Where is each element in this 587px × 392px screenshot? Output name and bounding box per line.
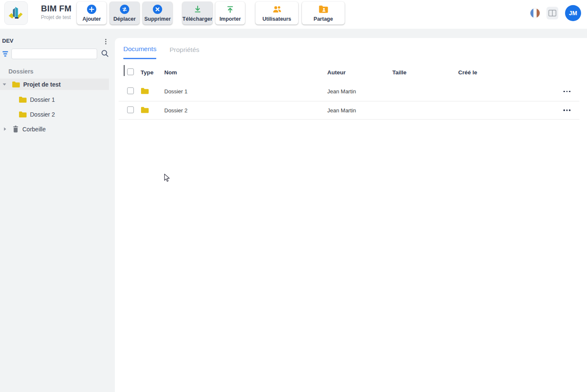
tree-item-dossier-2[interactable]: Dossier 2: [0, 109, 109, 120]
button-label: Partage: [314, 16, 333, 22]
folder-icon: [19, 111, 27, 117]
button-label: Supprimer: [144, 16, 171, 22]
column-header-type[interactable]: Type: [141, 69, 164, 76]
cell-nom: Dossier 2: [164, 107, 327, 114]
tab-documents[interactable]: Documents: [123, 44, 156, 59]
sidebar-menu-icon[interactable]: [102, 37, 109, 46]
table-row[interactable]: Dossier 1 Jean Martin: [119, 82, 579, 101]
tree-item-label: Dossier 2: [30, 111, 55, 118]
folder-icon: [12, 81, 20, 87]
button-label: Utilisateurs: [262, 16, 291, 22]
supprimer-button[interactable]: Supprimer: [143, 2, 172, 24]
cell-nom: Dossier 1: [164, 88, 327, 95]
bim-logo-icon: [7, 4, 25, 22]
text-caret: [124, 65, 125, 76]
row-actions-icon[interactable]: [563, 107, 579, 114]
documents-table: Type Nom Auteur Taille Créé le Dossier 1…: [119, 63, 579, 120]
tree-item-projet-de-test[interactable]: Projet de test: [0, 79, 109, 90]
tab-proprietes[interactable]: Propriétés: [169, 44, 199, 59]
trash-icon: [12, 125, 19, 133]
column-header-cree-le[interactable]: Créé le: [458, 69, 563, 76]
button-label: Ajouter: [82, 16, 101, 22]
table-header-row: Type Nom Auteur Taille Créé le: [119, 63, 579, 82]
deplacer-button[interactable]: Déplacer: [110, 2, 139, 24]
ajouter-button[interactable]: Ajouter: [77, 2, 106, 24]
telecharger-button[interactable]: Télécharger: [182, 2, 212, 24]
folder-icon: [141, 106, 164, 114]
tree-item-label: Dossier 1: [30, 96, 55, 103]
importer-button[interactable]: Importer: [215, 2, 245, 24]
app-logo[interactable]: [4, 1, 28, 25]
table-row[interactable]: Dossier 2 Jean Martin: [119, 101, 579, 120]
sidebar: DEV Dossiers Projet de test Dossier 1 Do…: [0, 29, 115, 392]
content-panel: Documents Propriétés Type Nom Auteur Tai…: [115, 38, 587, 392]
tree-item-dossier-1[interactable]: Dossier 1: [0, 94, 109, 105]
tree-item-label: Corbeille: [22, 126, 46, 133]
column-header-taille[interactable]: Taille: [392, 69, 458, 76]
row-actions-icon[interactable]: [563, 88, 579, 95]
row-checkbox[interactable]: [127, 87, 134, 94]
folder-icon: [141, 87, 164, 95]
page-title: BIM FM: [41, 4, 71, 14]
column-header-auteur[interactable]: Auteur: [327, 69, 392, 76]
search-input[interactable]: [11, 49, 97, 59]
folders-section-title: Dossiers: [8, 68, 33, 75]
plus-circle-icon: [87, 4, 97, 14]
column-header-nom[interactable]: Nom: [164, 69, 327, 76]
user-avatar[interactable]: JM: [565, 5, 581, 21]
upload-icon: [226, 4, 235, 14]
row-checkbox[interactable]: [127, 106, 134, 113]
button-label: Déplacer: [114, 16, 136, 22]
chevron-right-icon[interactable]: [3, 127, 7, 131]
workspace-label: DEV: [2, 38, 14, 44]
tree-item-corbeille[interactable]: Corbeille: [0, 123, 109, 135]
cell-auteur: Jean Martin: [327, 88, 392, 95]
search-icon[interactable]: [101, 49, 109, 59]
shared-folder-icon: [318, 4, 329, 14]
partage-button[interactable]: Partage: [302, 2, 345, 24]
project-subtitle: Projet de test: [41, 14, 71, 20]
cell-auteur: Jean Martin: [327, 107, 392, 114]
tab-bar: Documents Propriétés: [115, 38, 587, 59]
language-flag-icon[interactable]: [530, 8, 540, 18]
select-all-checkbox[interactable]: [127, 68, 134, 75]
folder-icon: [19, 96, 27, 103]
users-icon: [272, 4, 283, 14]
split-view-icon[interactable]: [546, 7, 558, 19]
tree-item-label: Projet de test: [23, 81, 61, 88]
filter-icon[interactable]: [1, 50, 9, 58]
button-label: Télécharger: [182, 16, 212, 22]
chevron-down-icon[interactable]: [2, 82, 6, 87]
top-toolbar: BIM FM Projet de test Ajouter Déplacer S…: [0, 0, 587, 29]
utilisateurs-button[interactable]: Utilisateurs: [255, 2, 298, 24]
button-label: Importer: [220, 16, 241, 22]
move-circle-icon: [120, 4, 130, 14]
download-icon: [193, 4, 202, 14]
close-circle-icon: [152, 4, 163, 14]
